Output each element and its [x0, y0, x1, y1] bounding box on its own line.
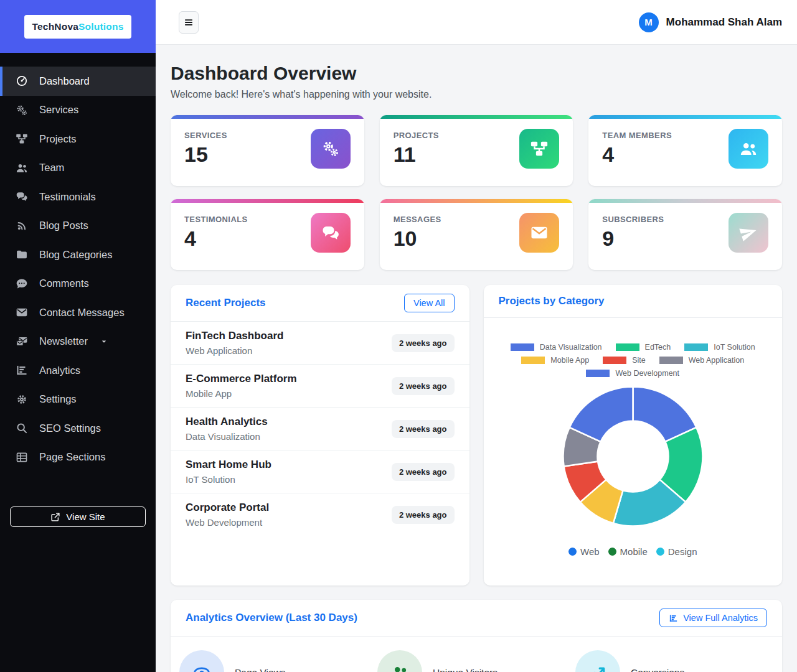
project-list-item[interactable]: Corporate PortalWeb Development2 weeks a… [171, 493, 469, 536]
project-time-badge: 2 weeks ago [392, 420, 455, 438]
project-category: Web Development [186, 517, 269, 528]
legend-label: EdTech [645, 343, 671, 352]
sidebar-item-team[interactable]: Team [0, 154, 156, 183]
project-name: E-Commerce Platform [186, 373, 297, 385]
sidebar-header: TechNovaSolutions [0, 0, 156, 53]
stat-card-team-members[interactable]: TEAM MEMBERS4 [588, 115, 782, 186]
project-time-badge: 2 weeks ago [392, 463, 455, 481]
sidebar-toggle-button[interactable] [179, 11, 199, 34]
sidebar-item-label: Testimonials [39, 191, 96, 203]
newsletter-icon [15, 335, 29, 348]
chart-legend-item[interactable]: Mobile App [521, 356, 589, 365]
brand-logo[interactable]: TechNovaSolutions [24, 15, 132, 39]
project-list-item[interactable]: Health AnalyticsData Visualization2 week… [171, 408, 469, 450]
type-legend-item: Mobile [608, 546, 648, 557]
sidebar-item-label: Page Sections [39, 451, 105, 463]
chart-legend-item[interactable]: IoT Solution [684, 343, 755, 352]
stat-value: 10 [394, 226, 441, 251]
stats-grid: SERVICES15PROJECTS11TEAM MEMBERS4TESTIMO… [171, 115, 782, 270]
chart-bar-icon [15, 363, 29, 377]
chart-bar-icon [669, 614, 678, 623]
sidebar-item-comments[interactable]: Comments [0, 269, 156, 299]
sidebar-item-label: Analytics [39, 365, 80, 376]
legend-swatch [616, 343, 639, 351]
legend-label: IoT Solution [714, 343, 755, 352]
sidebar-item-testimonials[interactable]: Testimonials [0, 182, 156, 212]
project-list-item[interactable]: FinTech DashboardWeb Application2 weeks … [171, 322, 469, 365]
user-menu[interactable]: M Mohammad Shah Alam [639, 12, 782, 32]
project-name: Smart Home Hub [186, 459, 271, 471]
legend-swatch [603, 357, 626, 364]
sidebar-item-label: Settings [39, 393, 77, 405]
sidebar-item-label: Dashboard [39, 75, 90, 87]
stat-label: MESSAGES [394, 215, 441, 224]
project-name: FinTech Dashboard [186, 330, 283, 342]
table-icon [15, 450, 29, 464]
sidebar-item-label: Contact Messages [39, 307, 125, 319]
sidebar-item-label: Blog Categories [39, 249, 112, 261]
topbar: M Mohammad Shah Alam [156, 0, 797, 45]
sidebar-item-projects[interactable]: Projects [0, 124, 156, 154]
caret-down-icon [100, 338, 108, 345]
projects-by-category-title: Projects by Category [499, 295, 605, 307]
project-name: Corporate Portal [186, 502, 269, 514]
chart-legend-item[interactable]: Web Development [586, 369, 679, 378]
cogs-icon [311, 129, 351, 169]
envelope-icon [15, 306, 29, 319]
metric-unique-visitors: Unique Visitors [377, 650, 575, 672]
search-icon [15, 421, 29, 435]
stat-card-testimonials[interactable]: TESTIMONIALS4 [171, 199, 364, 270]
projects-by-category-card: Projects by Category Data VisualizationE… [484, 285, 783, 586]
stat-card-services[interactable]: SERVICES15 [171, 115, 364, 186]
metric-label: Unique Visitors [433, 667, 498, 672]
legend-swatch [511, 343, 534, 351]
sidebar-item-page-sections[interactable]: Page Sections [0, 443, 156, 472]
chart-line-icon [575, 650, 620, 672]
project-name: Health Analytics [186, 416, 268, 428]
metric-conversions: Conversions [575, 650, 773, 672]
sidebar-item-services[interactable]: Services [0, 96, 156, 125]
chart-legend-item[interactable]: Data Visualization [511, 343, 602, 352]
type-legend-label: Web [580, 546, 600, 557]
stat-value: 9 [602, 226, 664, 251]
sidebar-item-label: Newsletter [39, 335, 88, 347]
recent-projects-card: Recent Projects View All FinTech Dashboa… [171, 285, 469, 586]
stat-card-messages[interactable]: MESSAGES10 [380, 199, 573, 270]
legend-label: Data Visualization [540, 343, 602, 352]
view-full-analytics-button[interactable]: View Full Analytics [659, 609, 767, 627]
sidebar-item-contact-messages[interactable]: Contact Messages [0, 298, 156, 327]
project-category: IoT Solution [186, 474, 271, 485]
chart-legend: Data VisualizationEdTechIoT SolutionMobi… [511, 343, 755, 378]
sidebar-item-blog-categories[interactable]: Blog Categories [0, 240, 156, 269]
analytics-title: Analytics Overview (Last 30 Days) [186, 612, 357, 624]
cards-row: Recent Projects View All FinTech Dashboa… [171, 285, 782, 586]
project-time-badge: 2 weeks ago [392, 334, 455, 352]
user-name: Mohammad Shah Alam [666, 16, 782, 29]
app-root: TechNovaSolutions DashboardServicesProje… [0, 0, 797, 672]
chart-legend-item[interactable]: Web Application [659, 356, 744, 365]
analytics-metrics: Page ViewsUnique VisitorsConversions [171, 637, 782, 672]
sidebar-item-seo-settings[interactable]: SEO Settings [0, 414, 156, 443]
brand-logo-accent: Solutions [78, 21, 123, 32]
view-site-button[interactable]: View Site [10, 506, 146, 527]
analytics-header: Analytics Overview (Last 30 Days) View F… [171, 600, 782, 637]
stat-value: 4 [184, 226, 248, 251]
analytics-card: Analytics Overview (Last 30 Days) View F… [171, 600, 782, 672]
eye-icon [179, 650, 224, 672]
sidebar-item-dashboard[interactable]: Dashboard [0, 67, 156, 96]
gauge-icon [15, 74, 29, 88]
sidebar-item-newsletter[interactable]: Newsletter [0, 327, 156, 357]
sidebar-item-settings[interactable]: Settings [0, 385, 156, 414]
stat-label: SUBSCRIBERS [602, 215, 664, 224]
project-list-item[interactable]: E-Commerce PlatformMobile App2 weeks ago [171, 365, 469, 408]
sidebar-item-blog-posts[interactable]: Blog Posts [0, 212, 156, 241]
doughnut-chart [560, 384, 705, 529]
stat-card-projects[interactable]: PROJECTS11 [380, 115, 573, 186]
cogs-icon [15, 103, 29, 117]
chart-legend-item[interactable]: EdTech [616, 343, 671, 352]
view-all-button[interactable]: View All [404, 294, 455, 312]
stat-card-subscribers[interactable]: SUBSCRIBERS9 [588, 199, 782, 270]
sidebar-item-analytics[interactable]: Analytics [0, 356, 156, 385]
project-list-item[interactable]: Smart Home HubIoT Solution2 weeks ago [171, 450, 469, 493]
chart-legend-item[interactable]: Site [603, 356, 646, 365]
